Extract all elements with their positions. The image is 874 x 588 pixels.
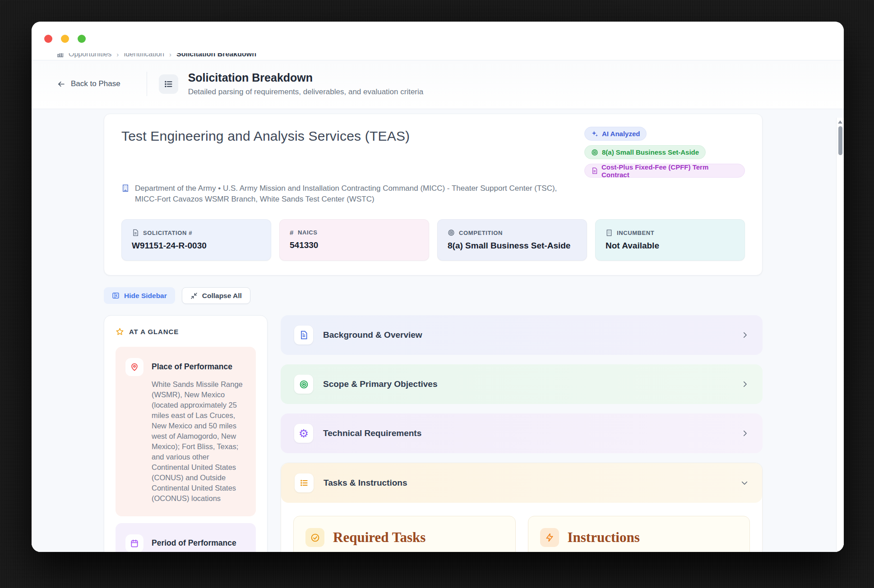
back-to-phase-label: Back to Phase <box>71 79 120 88</box>
minimize-window-button[interactable] <box>61 35 69 43</box>
scrollbar-up-arrow-icon[interactable] <box>838 120 842 124</box>
hide-sidebar-button[interactable]: Hide Sidebar <box>104 287 175 304</box>
at-a-glance-sidebar: AT A GLANCE Place of Performance White S… <box>104 315 268 552</box>
stat-value: 8(a) Small Business Set-Aside <box>448 241 577 251</box>
building-icon <box>121 183 129 205</box>
at-a-glance-title: AT A GLANCE <box>129 328 179 335</box>
target-icon <box>591 149 598 156</box>
stat-incumbent: INCUMBENT Not Available <box>595 219 745 261</box>
stat-label: COMPETITION <box>459 230 503 236</box>
map-pin-icon <box>125 358 143 376</box>
chevron-down-icon <box>740 479 749 487</box>
page-header: Back to Phase Solicitation Breakdown Det… <box>32 60 844 109</box>
section-title: Tasks & Instructions <box>324 478 407 488</box>
close-window-button[interactable] <box>44 35 52 43</box>
stat-naics: # NAICS 541330 <box>279 219 429 261</box>
section-tasks-instructions[interactable]: Tasks & Instructions <box>281 463 762 503</box>
chevron-right-icon: › <box>116 53 119 58</box>
breadcrumb-item-current: Solicitation Breakdown <box>176 53 256 60</box>
stat-value: 541330 <box>290 240 419 250</box>
list-icon <box>295 473 314 492</box>
scrollbar <box>836 118 844 552</box>
glance-card-body: White Sands Missile Range (WSMR), New Me… <box>152 379 246 504</box>
page-subtitle: Detailed parsing of requirements, delive… <box>188 87 424 96</box>
header-divider <box>147 72 147 96</box>
required-tasks-panel: Required Tasks REQUIRED TASKS Copy <box>293 516 516 552</box>
star-icon <box>116 327 124 336</box>
badge-label: 8(a) Small Business Set-Aside <box>602 148 699 156</box>
section-title: Technical Requirements <box>323 428 421 438</box>
contracting-organization: Department of the Army • U.S. Army Missi… <box>121 183 573 205</box>
badge-group: AI Analyzed 8(a) Small Business Set-Asid… <box>584 127 745 178</box>
stat-label: SOLICITATION # <box>143 230 192 236</box>
stat-cards: SOLICITATION # W91151-24-R-0030 # NAICS … <box>121 219 745 261</box>
solicitation-overview-card: Test Engineering and Analysis Services (… <box>104 114 763 276</box>
scrollbar-thumb[interactable] <box>838 126 842 155</box>
stat-value: W91151-24-R-0030 <box>132 241 261 251</box>
page-title: Solicitation Breakdown <box>188 71 424 84</box>
lightning-icon <box>540 528 559 547</box>
breadcrumb-item-opportunities[interactable]: Opportunities <box>69 53 111 60</box>
traffic-lights <box>44 35 86 43</box>
contract-type-badge: Cost-Plus Fixed-Fee (CPFF) Term Contract <box>584 164 745 178</box>
instructions-panel: Instructions INSTRUCTIONS Copy <box>528 516 750 552</box>
stat-label: NAICS <box>298 229 317 236</box>
building-icon <box>606 229 613 236</box>
chevron-right-icon <box>741 331 749 339</box>
target-icon <box>448 229 455 236</box>
hash-icon: # <box>290 229 294 236</box>
ai-analyzed-badge: AI Analyzed <box>584 127 647 141</box>
section-title: Scope & Primary Objectives <box>323 379 437 389</box>
collapse-all-label: Collapse All <box>202 292 242 300</box>
stat-competition: COMPETITION 8(a) Small Business Set-Asid… <box>437 219 587 261</box>
sparkles-icon <box>591 130 598 138</box>
breadcrumb-item-identification[interactable]: Identification <box>124 53 164 60</box>
stat-label: INCUMBENT <box>617 230 654 236</box>
list-icon <box>159 74 178 94</box>
set-aside-badge: 8(a) Small Business Set-Aside <box>584 145 706 159</box>
sidebar-icon <box>112 292 120 299</box>
chevron-right-icon <box>741 429 749 437</box>
page-viewport: Opportunities › Identification › Solicit… <box>32 53 844 552</box>
collapse-all-button[interactable]: Collapse All <box>182 287 250 304</box>
calendar-icon <box>125 534 143 552</box>
place-of-performance-card: Place of Performance White Sands Missile… <box>116 347 256 516</box>
glance-card-title: Place of Performance <box>152 358 246 372</box>
chevron-right-icon: › <box>169 53 171 58</box>
collapse-icon <box>190 292 198 299</box>
document-icon <box>132 229 139 236</box>
section-list: Background & Overview Scope & Primary Ob… <box>281 315 763 552</box>
main-content: Test Engineering and Analysis Services (… <box>32 109 844 552</box>
badge-label: AI Analyzed <box>602 130 640 138</box>
stat-solicitation-number: SOLICITATION # W91151-24-R-0030 <box>121 219 271 261</box>
back-to-phase-button[interactable]: Back to Phase <box>57 79 120 88</box>
required-tasks-heading: Required Tasks <box>333 529 425 546</box>
hide-sidebar-label: Hide Sidebar <box>124 292 167 300</box>
gear-icon: ⚙ <box>294 424 313 443</box>
section-title: Background & Overview <box>323 330 422 340</box>
badge-label: Cost-Plus Fixed-Fee (CPFF) Term Contract <box>601 163 738 179</box>
section-background-overview[interactable]: Background & Overview <box>281 315 763 355</box>
solicitation-title: Test Engineering and Analysis Services (… <box>121 127 410 144</box>
section-scope-objectives[interactable]: Scope & Primary Objectives <box>281 364 763 404</box>
instructions-heading: Instructions <box>568 529 640 546</box>
target-icon <box>294 375 313 394</box>
arrow-left-icon <box>57 80 65 88</box>
view-toolbar: Hide Sidebar Collapse All <box>104 287 763 304</box>
app-window: Opportunities › Identification › Solicit… <box>32 22 844 552</box>
section-technical-requirements[interactable]: ⚙ Technical Requirements <box>281 413 763 453</box>
document-icon <box>591 167 598 174</box>
zoom-window-button[interactable] <box>78 35 86 43</box>
organization-text: Department of the Army • U.S. Army Missi… <box>135 183 573 205</box>
document-icon <box>294 326 313 345</box>
stat-value: Not Available <box>606 241 735 251</box>
tasks-instructions-content: Required Tasks REQUIRED TASKS Copy <box>281 503 762 552</box>
breadcrumb: Opportunities › Identification › Solicit… <box>32 53 844 60</box>
period-of-performance-card: Period of Performance One (1) thirty (30… <box>116 523 256 552</box>
check-circle-icon <box>305 528 324 547</box>
chevron-right-icon <box>741 380 749 388</box>
grid-icon <box>57 53 64 58</box>
window-titlebar <box>32 22 844 53</box>
glance-card-title: Period of Performance <box>152 534 246 548</box>
section-tasks-instructions-group: Tasks & Instructions <box>281 463 763 552</box>
